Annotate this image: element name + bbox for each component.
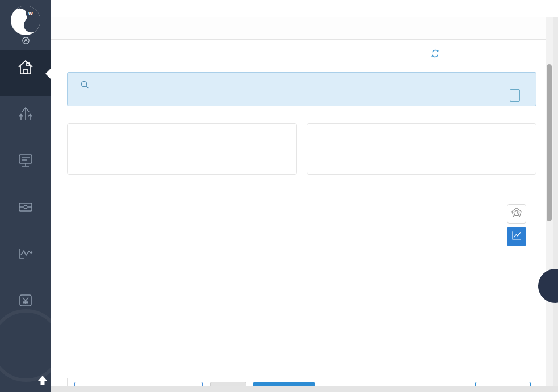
sidebar-item-website[interactable] — [0, 143, 51, 189]
close-icon[interactable] — [539, 2, 553, 15]
stat-card-top3 — [307, 123, 536, 175]
maximize-icon[interactable] — [514, 2, 529, 15]
website-icon — [16, 151, 35, 170]
minimize-icon[interactable] — [490, 2, 505, 15]
promotion-icon — [16, 104, 35, 124]
refresh-icon[interactable] — [430, 49, 440, 61]
scrollbar-thumb[interactable] — [547, 64, 552, 221]
sidebar: w — [0, 0, 51, 392]
brand-label — [0, 36, 51, 45]
sidebar-watermark — [0, 309, 62, 382]
notice-banner — [67, 72, 536, 106]
legend-dot-mobile — [143, 345, 149, 351]
qr-float-button[interactable] — [538, 269, 558, 303]
legend-item-pc — [143, 330, 203, 342]
app-logo-icon: w — [10, 5, 41, 36]
sidebar-item-promotion[interactable] — [0, 96, 51, 143]
search-icon — [80, 80, 90, 92]
legend-dot-pc — [143, 334, 149, 339]
stat-title — [68, 124, 296, 149]
radar-chart-toggle-button[interactable] — [507, 204, 526, 224]
titlebar — [51, 0, 558, 18]
toolbox-icon — [16, 197, 35, 217]
pentagon-icon — [510, 206, 523, 221]
home-icon — [16, 58, 35, 77]
stat-value — [68, 149, 296, 174]
sidebar-item-toolbox[interactable] — [0, 189, 51, 236]
line-chart — [304, 215, 531, 317]
window-right-edge — [553, 17, 558, 392]
breadcrumb-bar — [51, 17, 546, 40]
donut-ring — [131, 209, 234, 313]
finance-icon — [16, 290, 35, 310]
stat-title — [307, 124, 536, 149]
feedback-button[interactable] — [510, 89, 520, 102]
line-chart-svg — [304, 215, 531, 317]
sidebar-item-reports[interactable] — [0, 236, 51, 283]
donut-legend — [143, 330, 203, 354]
notice-text — [94, 78, 523, 90]
stat-value — [307, 149, 536, 174]
menu-icon[interactable] — [465, 2, 480, 15]
sidebar-item-home[interactable] — [0, 50, 51, 96]
line-chart-toggle-button[interactable] — [507, 227, 526, 246]
upgrade-arrow-icon[interactable] — [37, 374, 48, 386]
legend-item-mobile — [143, 342, 203, 354]
report-icon — [16, 244, 35, 263]
active-item-notch — [45, 68, 51, 79]
line-chart-icon — [510, 229, 523, 244]
bottom-strip — [51, 386, 558, 392]
app-window: w — [0, 0, 558, 392]
donut-center — [144, 222, 221, 300]
svg-text:w: w — [28, 10, 33, 16]
stat-card-keywords — [67, 123, 297, 175]
update-time-area — [430, 49, 443, 61]
